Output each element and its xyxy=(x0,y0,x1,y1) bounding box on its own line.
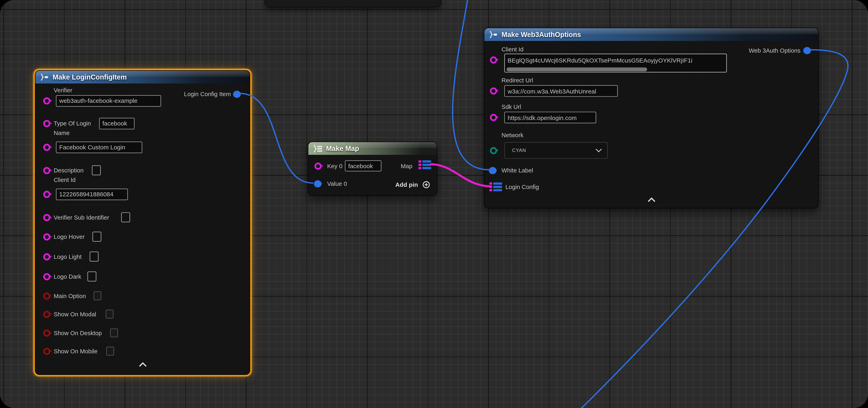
dropdown-chevron-down-icon xyxy=(595,148,602,152)
verifier-field[interactable] xyxy=(56,95,161,106)
pin-label-value-0: Value 0 xyxy=(327,179,347,188)
pin-label-web-3auth-options: Web 3Auth Options xyxy=(749,46,800,55)
description-field[interactable] xyxy=(92,165,101,175)
main-option-checkbox[interactable] xyxy=(94,292,101,300)
make-struct-icon xyxy=(489,31,498,38)
verifier-sub-identifier-field[interactable] xyxy=(121,212,130,222)
client-id-field-box[interactable] xyxy=(504,54,727,72)
verifier-input-pin[interactable] xyxy=(43,97,51,104)
value-0-input-pin[interactable] xyxy=(314,180,321,187)
key-0-input-pin[interactable] xyxy=(314,162,321,170)
node-title: Make LoginConfigItem xyxy=(53,73,127,81)
show-on-modal-checkbox[interactable] xyxy=(106,310,114,318)
pin-label-map: Map xyxy=(401,162,412,170)
type-of-login-input-pin[interactable] xyxy=(43,120,51,127)
sdk-url-field[interactable] xyxy=(504,112,596,123)
pin-label-name: Name xyxy=(54,128,70,137)
pin-label-white-label: White Label xyxy=(501,166,533,175)
pin-label-main-option: Main Option xyxy=(54,292,86,300)
logo-hover-field[interactable] xyxy=(92,232,101,242)
name-field[interactable] xyxy=(56,141,142,153)
pin-label-show-on-desktop: Show On Desktop xyxy=(54,329,102,337)
web-3auth-options-output-pin[interactable] xyxy=(803,47,811,54)
network-dropdown[interactable]: CYAN xyxy=(504,142,608,159)
type-of-login-field[interactable] xyxy=(99,117,134,129)
logo-light-field[interactable] xyxy=(90,251,99,262)
node-make-loginconfigitem[interactable]: Make LoginConfigItem Login Config Item V… xyxy=(35,70,250,375)
node-title: Make Web3AuthOptions xyxy=(501,31,581,38)
pin-label-description: Description xyxy=(54,166,84,175)
login-config-item-output-pin[interactable] xyxy=(233,91,241,98)
make-struct-icon xyxy=(40,73,49,81)
redirect-url-field[interactable] xyxy=(504,85,618,97)
client-id-field[interactable] xyxy=(506,55,727,66)
collapse-node-chevron-up-icon[interactable] xyxy=(138,362,147,367)
logo-dark-input-pin[interactable] xyxy=(43,273,51,280)
pin-label-verifier: Verifier xyxy=(54,86,72,95)
map-output-pin[interactable] xyxy=(418,160,431,169)
pin-label-redirect-url: Redirect Url xyxy=(501,76,533,84)
redirect-url-input-pin[interactable] xyxy=(490,87,497,94)
name-input-pin[interactable] xyxy=(43,143,51,151)
make-map-icon xyxy=(313,144,323,152)
client-id-field[interactable] xyxy=(56,188,128,200)
pin-label-client-id: Client Id xyxy=(501,45,523,54)
description-input-pin[interactable] xyxy=(43,167,51,174)
pin-label-logo-dark: Logo Dark xyxy=(54,272,81,281)
pin-label-show-on-modal: Show On Modal xyxy=(54,310,96,318)
pin-label-key-0: Key 0 xyxy=(327,162,342,170)
logo-dark-field[interactable] xyxy=(88,271,96,281)
show-on-mobile-input-pin[interactable] xyxy=(43,347,51,355)
wire-login-config-item-to-value-0[interactable] xyxy=(240,94,313,183)
pin-label-network: Network xyxy=(501,131,523,139)
node-make-map[interactable]: Make Map Key 0 Map Value 0 Add pin xyxy=(308,141,437,196)
pin-label-logo-light: Logo Light xyxy=(54,252,82,261)
wire-map-to-login-config[interactable] xyxy=(430,164,492,186)
node-title: Make Map xyxy=(326,144,359,152)
verifier-sub-identifier-input-pin[interactable] xyxy=(43,214,51,221)
pin-label-sdk-url: Sdk Url xyxy=(501,102,521,111)
add-pin-circled-plus-icon[interactable] xyxy=(423,181,430,189)
add-pin-button[interactable]: Add pin xyxy=(395,181,418,188)
pin-label-client-id: Client Id xyxy=(54,175,75,184)
main-option-input-pin[interactable] xyxy=(43,292,51,300)
client-id-input-pin[interactable] xyxy=(43,191,51,198)
white-label-input-pin[interactable] xyxy=(489,167,496,174)
offscreen-node-bottom[interactable] xyxy=(265,0,441,7)
network-input-pin[interactable] xyxy=(490,147,497,154)
sdk-url-input-pin[interactable] xyxy=(490,113,497,121)
key-0-field[interactable] xyxy=(345,160,381,171)
logo-hover-input-pin[interactable] xyxy=(43,233,51,240)
pin-label-verifier-sub-identifier: Verifier Sub Identifier xyxy=(54,213,109,222)
show-on-mobile-checkbox[interactable] xyxy=(106,347,114,355)
blueprint-graph-stage: Make LoginConfigItem Login Config Item V… xyxy=(0,0,868,408)
collapse-node-chevron-up-icon[interactable] xyxy=(647,197,656,202)
show-on-modal-input-pin[interactable] xyxy=(43,310,51,318)
node-make-web3authoptions[interactable]: Make Web3AuthOptions Web 3Auth Options C… xyxy=(484,28,819,208)
client-id-scrollbar[interactable] xyxy=(506,67,647,71)
blueprint-canvas[interactable]: Make LoginConfigItem Login Config Item V… xyxy=(0,0,868,408)
network-dropdown-value: CYAN xyxy=(505,147,526,153)
logo-light-input-pin[interactable] xyxy=(43,253,51,260)
node-header[interactable]: Make LoginConfigItem xyxy=(35,71,250,83)
pin-label-type-of-login: Type Of Login xyxy=(54,119,91,128)
show-on-desktop-checkbox[interactable] xyxy=(110,329,118,337)
node-header[interactable]: Make Web3AuthOptions xyxy=(485,28,818,41)
pin-label-login-config-item: Login Config Item xyxy=(184,90,231,99)
client-id-input-pin[interactable] xyxy=(490,56,497,63)
pin-label-logo-hover: Logo Hover xyxy=(54,232,85,241)
node-header[interactable]: Make Map xyxy=(308,142,437,155)
pin-label-login-config: Login Config xyxy=(505,182,539,192)
pin-label-show-on-mobile: Show On Mobile xyxy=(54,347,97,355)
show-on-desktop-input-pin[interactable] xyxy=(43,329,51,337)
